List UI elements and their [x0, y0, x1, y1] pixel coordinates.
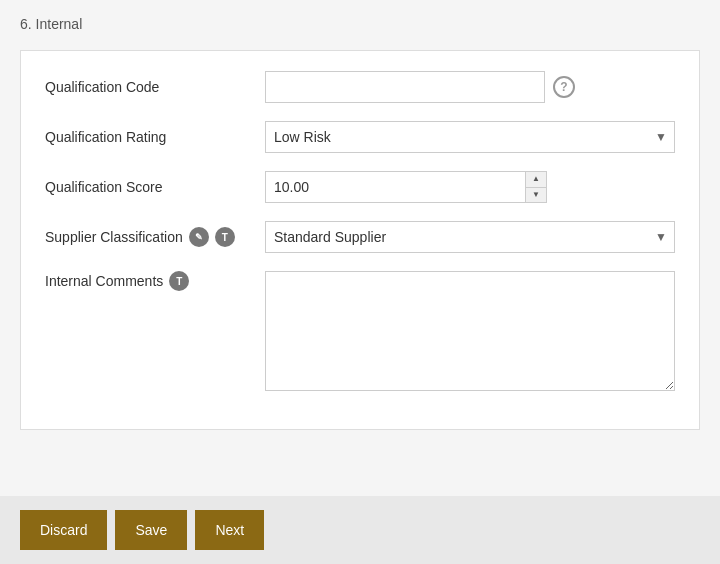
save-button[interactable]: Save — [115, 510, 187, 550]
qualification-code-control: ? — [265, 71, 675, 103]
main-content: 6. Internal Qualification Code ? Qualifi… — [0, 0, 720, 496]
supplier-classification-row: Supplier Classification ✎ T Standard Sup… — [45, 221, 675, 253]
qualification-score-wrapper: ▲ ▼ — [265, 171, 675, 203]
discard-button[interactable]: Discard — [20, 510, 107, 550]
supplier-classification-select[interactable]: Standard Supplier Preferred Supplier Res… — [265, 221, 675, 253]
internal-comments-t-icon[interactable]: T — [169, 271, 189, 291]
qualification-code-row: Qualification Code ? — [45, 71, 675, 103]
section-title: 6. Internal — [20, 16, 700, 32]
form-container: Qualification Code ? Qualification Ratin… — [20, 50, 700, 430]
qualification-score-spinner: ▲ ▼ — [525, 171, 547, 203]
supplier-classification-select-wrapper: Standard Supplier Preferred Supplier Res… — [265, 221, 675, 253]
next-button[interactable]: Next — [195, 510, 264, 550]
supplier-classification-label: Supplier Classification ✎ T — [45, 227, 265, 247]
qualification-rating-row: Qualification Rating Low Risk Medium Ris… — [45, 121, 675, 153]
qualification-code-input[interactable] — [265, 71, 545, 103]
qualification-code-help-icon[interactable]: ? — [553, 76, 575, 98]
qualification-rating-label: Qualification Rating — [45, 129, 265, 145]
qualification-rating-select[interactable]: Low Risk Medium Risk High Risk — [265, 121, 675, 153]
internal-comments-textarea[interactable] — [265, 271, 675, 391]
supplier-classification-edit-icon[interactable]: ✎ — [189, 227, 209, 247]
score-decrement-button[interactable]: ▼ — [526, 188, 546, 203]
internal-comments-row: Internal Comments T — [45, 271, 675, 391]
score-increment-button[interactable]: ▲ — [526, 172, 546, 188]
internal-comments-label: Internal Comments T — [45, 271, 265, 291]
qualification-score-control: ▲ ▼ — [265, 171, 675, 203]
qualification-rating-control: Low Risk Medium Risk High Risk ▼ — [265, 121, 675, 153]
qualification-rating-select-wrapper: Low Risk Medium Risk High Risk ▼ — [265, 121, 675, 153]
qualification-code-label: Qualification Code — [45, 79, 265, 95]
qualification-score-input[interactable] — [265, 171, 525, 203]
supplier-classification-t-icon[interactable]: T — [215, 227, 235, 247]
supplier-classification-control: Standard Supplier Preferred Supplier Res… — [265, 221, 675, 253]
internal-comments-control — [265, 271, 675, 391]
qualification-score-label: Qualification Score — [45, 179, 265, 195]
qualification-score-row: Qualification Score ▲ ▼ — [45, 171, 675, 203]
footer-bar: Discard Save Next — [0, 496, 720, 564]
